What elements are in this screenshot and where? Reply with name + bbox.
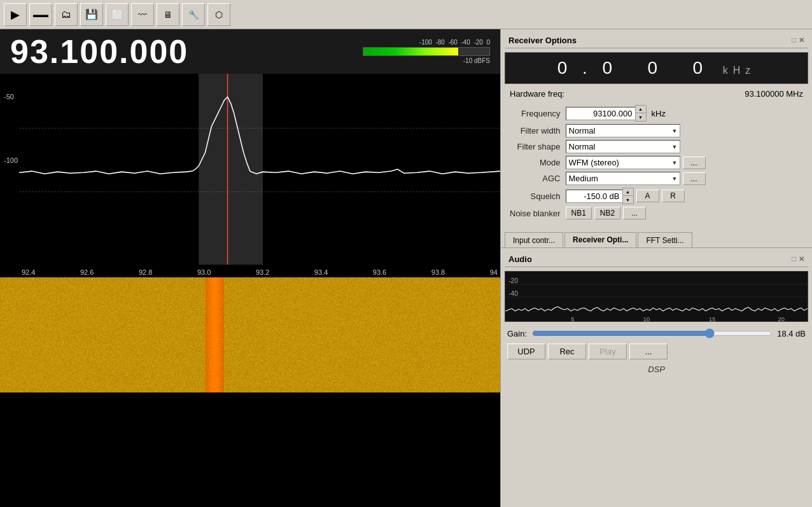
level-label: -10 dBFS <box>463 57 490 64</box>
freq-label-938: 93.8 <box>431 268 445 276</box>
level-bar-container <box>363 47 490 56</box>
spectrum-panel: 93.100.000 -100 -80 -60 -40 -20 0 -10 dB… <box>0 29 500 507</box>
display-button[interactable]: 🖥 <box>157 3 179 26</box>
gain-row: Gain: 18.4 dB <box>505 326 808 341</box>
play-button[interactable]: ▶ <box>4 3 27 26</box>
audio-btn-row: UDP Rec Play ... <box>505 341 808 362</box>
bottom-area <box>0 392 500 507</box>
panel-title-controls: □ ✕ <box>792 36 804 45</box>
unknown2-button[interactable]: 〰 <box>131 3 154 26</box>
frequency-control: ▲ ▼ kHz <box>566 105 804 122</box>
filter-shape-control: Normal Soft Sharp <box>566 140 804 153</box>
gain-label: Gain: <box>507 329 527 338</box>
main-layout: 93.100.000 -100 -80 -60 -40 -20 0 -10 dB… <box>0 29 812 507</box>
filter-width-control: Normal Wide Narrow User <box>566 124 804 137</box>
freq-label-936: 93.6 <box>373 268 386 276</box>
close-icon[interactable]: ✕ <box>799 36 804 45</box>
hw-freq-value: 93.100000 MHz <box>745 89 803 99</box>
freq-label-934: 93.4 <box>314 268 328 276</box>
squelch-spinner: ▲ ▼ <box>566 188 634 204</box>
agc-extra-btn[interactable]: ... <box>683 172 706 185</box>
frequency-label: Frequency <box>510 109 561 118</box>
mode-control: WFM (stereo) WFM (mono) FM AM LSB USB CW… <box>566 156 804 169</box>
audio-x-5: 5 <box>571 316 574 322</box>
freq-label-94: 94 <box>490 268 498 276</box>
filter-shape-wrapper: Normal Soft Sharp <box>566 140 680 153</box>
fft-setti-tab[interactable]: FFT Setti... <box>638 232 692 247</box>
nb2-btn[interactable]: NB2 <box>594 207 620 219</box>
freq-label-928: 92.8 <box>139 268 152 276</box>
freq-label-926: 92.6 <box>80 268 94 276</box>
squelch-input[interactable] <box>566 190 623 203</box>
squelch-up-btn[interactable]: ▲ <box>623 188 633 196</box>
hw-freq-label: Hardware freq: <box>510 89 564 99</box>
level-bar <box>363 48 458 55</box>
receiver-opti-tab[interactable]: Receiver Opti... <box>564 232 636 247</box>
filter-width-label: Filter width <box>510 126 561 135</box>
audio-x-10: 10 <box>643 316 650 322</box>
squelch-control: ▲ ▼ A R <box>566 188 804 204</box>
nb1-btn[interactable]: NB1 <box>566 207 592 219</box>
hw-freq-row: Hardware freq: 93.100000 MHz <box>505 88 808 102</box>
squelch-down-btn[interactable]: ▼ <box>623 196 633 204</box>
frequency-readout: 93.100.000 <box>10 32 188 71</box>
freq-label-932: 93.2 <box>256 268 269 276</box>
audio-title: Audio □ ✕ <box>505 252 808 267</box>
audio-minimize-icon[interactable]: □ <box>792 255 796 263</box>
spectrum-chart: -50 -100 92.4 92.6 92.8 <box>0 74 500 277</box>
waterfall <box>0 277 500 392</box>
offset-display: 0 . 0 0 0 kHz <box>505 52 808 84</box>
nb-extra-btn[interactable]: ... <box>623 207 646 219</box>
agc-select[interactable]: Medium Fast Slow Off <box>566 172 680 185</box>
spectrum-button[interactable]: ▬▬ <box>29 3 52 26</box>
receiver-options-title: Receiver Options □ ✕ <box>505 33 808 48</box>
audio-chart: -20 -40 5 10 15 20 <box>505 271 808 322</box>
freq-label-930: 93.0 <box>197 268 211 276</box>
settings-button[interactable]: 🔧 <box>182 3 205 26</box>
frequency-up-btn[interactable]: ▲ <box>636 106 646 113</box>
frequency-spinner: ▲ ▼ <box>566 105 647 122</box>
audio-extra-btn[interactable]: ... <box>629 344 668 359</box>
audio-title-controls: □ ✕ <box>792 255 804 263</box>
audio-y-40: -40 <box>508 290 518 297</box>
unknown1-button[interactable]: ⬜ <box>106 3 129 26</box>
save-button[interactable]: 💾 <box>80 3 103 26</box>
frequency-input[interactable] <box>566 107 636 120</box>
noise-blanker-control: NB1 NB2 ... <box>566 207 804 219</box>
y-label-100: -100 <box>4 156 18 164</box>
agc-control: Medium Fast Slow Off ... <box>566 172 804 185</box>
minimize-icon[interactable]: □ <box>792 36 796 45</box>
udp-btn[interactable]: UDP <box>507 344 545 359</box>
filter-shape-label: Filter shape <box>510 142 561 151</box>
filter-width-select[interactable]: Normal Wide Narrow User <box>566 124 680 137</box>
agc-label: AGC <box>510 174 561 183</box>
input-contr-tab[interactable]: Input contr... <box>505 232 563 247</box>
rec-btn[interactable]: Rec <box>548 344 586 359</box>
export-button[interactable]: ⬡ <box>207 3 230 26</box>
squelch-a-btn[interactable]: A <box>636 190 659 202</box>
level-scale-label: -100 -80 -60 -40 -20 0 <box>419 39 490 46</box>
filter-shape-select[interactable]: Normal Soft Sharp <box>566 140 680 153</box>
offset-value: 0 . 0 0 0 <box>557 58 708 78</box>
audio-y-20: -20 <box>508 277 518 284</box>
frequency-unit: kHz <box>652 109 666 118</box>
mode-extra-btn[interactable]: ... <box>683 156 706 169</box>
level-scale: -100 -80 -60 -40 -20 0 <box>419 39 490 46</box>
frequency-spinner-btns: ▲ ▼ <box>635 105 647 122</box>
squelch-r-btn[interactable]: R <box>662 190 685 202</box>
frequency-down-btn[interactable]: ▼ <box>636 113 646 121</box>
open-button[interactable]: 🗂 <box>55 3 78 26</box>
play-btn[interactable]: Play <box>589 344 627 359</box>
spectrum-svg <box>19 74 500 265</box>
squelch-spinner-btns: ▲ ▼ <box>622 188 634 204</box>
noise-blanker-label: Noise blanker <box>510 209 561 218</box>
tab-bar: Input contr... Receiver Opti... FFT Sett… <box>501 228 812 247</box>
audio-trace <box>505 307 808 311</box>
receiver-options-section: Receiver Options □ ✕ 0 . 0 0 0 kHz Hardw… <box>501 29 812 226</box>
spectrum-plot-area <box>19 74 500 265</box>
audio-close-icon[interactable]: ✕ <box>799 255 804 263</box>
squelch-label: Squelch <box>510 191 561 201</box>
gain-slider[interactable] <box>532 328 772 338</box>
mode-select[interactable]: WFM (stereo) WFM (mono) FM AM LSB USB CW <box>566 156 680 169</box>
filter-width-wrapper: Normal Wide Narrow User <box>566 124 680 137</box>
